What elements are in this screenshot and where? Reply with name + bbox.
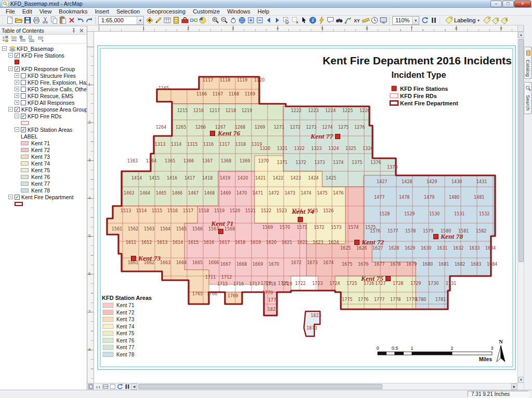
pause-drawing-icon[interactable]	[429, 16, 438, 25]
minimize-button[interactable]: –	[490, 1, 502, 7]
toc-item-kfd-fire-explosion-haz-mat[interactable]: +KFD Fire, Explosion, Haz Mat	[0, 79, 87, 86]
layer-visibility-checkbox[interactable]: ✓	[21, 114, 26, 119]
symbol-swatch[interactable]	[21, 182, 29, 186]
toc-item-symbol[interactable]	[0, 59, 87, 65]
model-builder-icon[interactable]	[189, 16, 198, 25]
toolbar-grip[interactable]	[439, 17, 441, 24]
menu-edit[interactable]: Edit	[19, 8, 36, 15]
label-weight-icon[interactable]: A	[500, 16, 509, 25]
menu-geoprocessing[interactable]: Geoprocessing	[143, 8, 189, 15]
layout-canvas[interactable]	[94, 32, 517, 383]
print-icon[interactable]	[32, 16, 41, 25]
layer-visibility-checkbox[interactable]	[21, 87, 26, 92]
list-by-visibility-icon[interactable]	[19, 35, 27, 43]
label-priority-icon[interactable]: 1	[491, 16, 500, 25]
select-elements-icon[interactable]	[299, 16, 308, 25]
save-icon[interactable]	[23, 16, 32, 25]
scale-combo[interactable]: 1:65,000 ▼	[98, 16, 144, 25]
close-button[interactable]: ×	[514, 1, 531, 7]
menu-help[interactable]: Help	[254, 8, 273, 15]
fixed-zoom-out-icon[interactable]	[255, 16, 264, 25]
label-manager-icon[interactable]	[483, 16, 491, 25]
symbol-swatch[interactable]	[15, 60, 19, 64]
zoom-to-width-icon[interactable]	[102, 383, 109, 390]
toc-item-kent-fire-department[interactable]: −✓Kent Fire Department	[0, 194, 87, 200]
toolbox-icon[interactable]	[180, 16, 189, 25]
clear-selection-icon[interactable]	[290, 16, 299, 25]
toc-item-kent-75[interactable]: Kent 75	[0, 167, 87, 173]
zoom-in-icon[interactable]	[211, 16, 220, 25]
hyperlink-icon[interactable]	[317, 16, 326, 25]
layer-visibility-checkbox[interactable]: ✓	[15, 66, 20, 72]
forward-extent-icon[interactable]	[273, 16, 282, 25]
zoom-out-icon[interactable]	[220, 16, 229, 25]
python-icon[interactable]	[198, 16, 207, 25]
time-slider-icon[interactable]	[370, 16, 379, 25]
auto-hide-pin-icon[interactable]	[70, 27, 77, 34]
toc-item-kent-74[interactable]: Kent 74	[0, 160, 87, 167]
toc-item-kent-78[interactable]: Kent 78	[0, 187, 87, 194]
toc-item-kfd-service-calls-other[interactable]: +KFD Service Calls, Other	[0, 86, 87, 92]
expand-icon[interactable]: +	[15, 100, 19, 105]
close-icon[interactable]	[78, 27, 85, 34]
symbol-swatch[interactable]	[21, 148, 29, 152]
scroll-left-icon[interactable]: ◀	[131, 383, 137, 390]
toc-item-kfd-structure-fires[interactable]: +KFD Structure Fires	[0, 72, 87, 79]
list-by-drawing-order-icon[interactable]	[1, 35, 9, 43]
menu-customize[interactable]: Customize	[189, 8, 223, 15]
measure-icon[interactable]	[361, 16, 370, 25]
collapse-icon[interactable]: −	[15, 114, 19, 118]
fixed-zoom-in-icon[interactable]	[246, 16, 255, 25]
collapse-icon[interactable]: −	[8, 66, 13, 71]
open-icon[interactable]	[14, 16, 23, 25]
list-by-source-icon[interactable]	[10, 35, 18, 43]
redo-icon[interactable]	[85, 16, 94, 25]
toc-item-kfd-all-responses[interactable]: +KFD All Responses	[0, 99, 87, 106]
catalog-window-icon[interactable]	[171, 16, 180, 25]
symbol-swatch[interactable]	[21, 188, 29, 193]
collapse-icon[interactable]: −	[8, 195, 13, 199]
toc-item-kent-72[interactable]: Kent 72	[0, 146, 87, 153]
toggle-marks-icon[interactable]	[109, 383, 116, 390]
layer-visibility-checkbox[interactable]: ✓	[15, 53, 20, 58]
menu-selection[interactable]: Selection	[113, 8, 143, 15]
collapse-icon[interactable]: −	[8, 107, 13, 112]
menu-view[interactable]: View	[36, 8, 56, 15]
dock-tab-search[interactable]: Search	[524, 82, 532, 114]
layer-visibility-checkbox[interactable]	[21, 73, 26, 78]
add-data-icon[interactable]	[145, 16, 154, 25]
symbol-swatch[interactable]	[21, 155, 29, 159]
toc-options-icon[interactable]	[36, 35, 45, 43]
symbol-swatch[interactable]	[21, 121, 29, 125]
title-bar[interactable]: KFD_Basemap.mxd - ArcMap – □ ×	[0, 0, 532, 8]
horizontal-scroll-thumb[interactable]	[138, 384, 382, 389]
layer-visibility-checkbox[interactable]: ✓	[21, 127, 26, 132]
layer-visibility-checkbox[interactable]: ✓	[15, 107, 20, 112]
collapse-icon[interactable]: −	[8, 53, 13, 58]
toc-item-kfd-rescue-ems[interactable]: +KFD Rescue, EMS	[0, 92, 87, 99]
horizontal-scrollbar[interactable]: ◀ ▶	[131, 383, 517, 390]
toc-item-label[interactable]: LABEL	[0, 133, 87, 140]
refresh-layout-icon[interactable]	[116, 383, 124, 390]
undo-icon[interactable]	[76, 16, 85, 25]
toc-item-kfd-response-group[interactable]: −✓KFD Response Group	[0, 65, 87, 72]
find-icon[interactable]	[335, 16, 343, 25]
table-window-icon[interactable]	[163, 16, 171, 25]
toolbar-grip[interactable]	[2, 17, 4, 24]
list-by-selection-icon[interactable]	[28, 35, 36, 43]
toc-item-kfd-basemap[interactable]: −KFD_Basemap	[0, 45, 87, 52]
symbol-swatch[interactable]	[21, 175, 29, 179]
copy-icon[interactable]	[49, 16, 58, 25]
toc-item-symbol[interactable]	[0, 119, 87, 126]
maximize-button[interactable]: □	[502, 1, 514, 7]
find-route-icon[interactable]	[343, 16, 352, 25]
pause-layout-icon[interactable]	[124, 383, 131, 390]
refresh-view-icon[interactable]	[420, 16, 429, 25]
vertical-scroll-thumb[interactable]	[518, 39, 524, 262]
pan-icon[interactable]	[229, 16, 237, 25]
menu-bookmarks[interactable]: Bookmarks	[55, 8, 91, 15]
delete-icon[interactable]	[67, 16, 76, 25]
chevron-down-icon[interactable]: ▼	[412, 17, 419, 24]
layer-visibility-checkbox[interactable]: ✓	[15, 195, 20, 200]
toc-item-kent-73[interactable]: Kent 73	[0, 153, 87, 160]
